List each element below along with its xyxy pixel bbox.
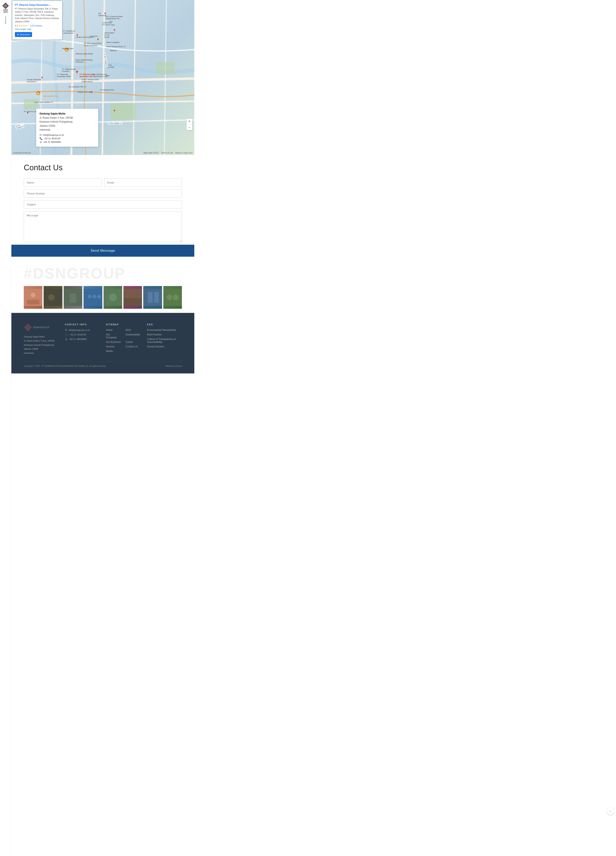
zoom-in-button[interactable]: +	[186, 119, 192, 125]
bld-label-sinar: Sinar Perkasa Eng. CV	[106, 45, 126, 48]
bld-label-1: PT MedifarmaLaboratories	[63, 30, 75, 34]
bld-label-laras: Laras Astra Kartika. PT	[34, 101, 53, 103]
footer-phone1-row: 📞 +62 21 4618135	[65, 333, 100, 336]
svg-point-26	[173, 294, 179, 300]
photo-item-3	[64, 286, 82, 309]
bld-label-agen: AGEN BUSPO Murni Jaya	[102, 22, 115, 26]
zoom-controls: + −	[186, 119, 192, 130]
footer-bottom: Copyright © 2020 - PT DHARMA SATYA NUSAN…	[24, 362, 182, 367]
overlay-email-row: ✉ info@dsngroup.co.id	[40, 134, 95, 136]
footer-nav-contact-us[interactable]: Contact Us	[125, 345, 141, 348]
send-message-button[interactable]: Send Message	[91, 249, 115, 252]
bld-label-elektron: Elektron	[110, 49, 117, 52]
view-larger-link[interactable]: View larger map	[15, 28, 60, 30]
bld-label-warung: Warung Teteh	[62, 48, 74, 49]
map-pin-2: 📍	[112, 29, 116, 32]
main-content: 📍 📍 📍 📍 📍 📍 📍 📍 📍 📍 🍜 🍜 PT MedifarmaLabo…	[11, 0, 194, 373]
directions-arrow-icon: ➤	[17, 33, 19, 36]
footer-nav-home[interactable]: Home	[106, 329, 121, 331]
footer-nav-gcg[interactable]: GCG	[125, 329, 141, 331]
map-pin-3: 📍	[96, 38, 100, 42]
info-address: PT Dharma Satya Nusantara Tbk Jl. Rawa G…	[15, 7, 60, 23]
footer-esg-social[interactable]: Social Inclusion	[147, 345, 182, 348]
map-attribution: Keyboard shortcuts Map data ©2021 Terms …	[11, 152, 194, 154]
footer-nav-sustainability[interactable]: Sustainability	[125, 333, 141, 339]
bld-label-gedung: Gedung Sapta Mulya	[75, 53, 93, 55]
bld-label-tatam: PT. TatamuliaNusantara Indah	[57, 73, 71, 77]
footer-nav-investor[interactable]: Investor	[106, 345, 121, 348]
footer-logo: DSNGROUP	[24, 323, 59, 331]
subject-input[interactable]	[24, 200, 182, 209]
footer-sitemap-grid: Home GCG Our Company Sustainability Our …	[106, 329, 141, 354]
bld-label-ab: ABIndonesia	[98, 12, 106, 17]
photo-item-6	[123, 286, 142, 309]
hamburger-menu[interactable]	[3, 9, 8, 12]
footer-company-col: DSNGROUP Gedung Sapta Mulia Jl. Rawa Gel…	[24, 323, 59, 355]
fax-icon: 🖨	[40, 140, 42, 143]
bld-label-warung2: Warung Soto Mie	[43, 95, 58, 97]
road-label-jlrv: Jl. Riv. Gelam V.	[108, 122, 122, 125]
phone-input[interactable]	[24, 189, 182, 198]
svg-rect-4	[24, 99, 38, 109]
bld-label-masjid: Masjid Astra Agro	[77, 91, 92, 93]
footer-sitemap-title: SITEMAP	[106, 323, 141, 326]
bld-label-tira: Tira Austenite Tbk. PT	[68, 86, 86, 88]
main-map-pin[interactable]: 📍	[74, 70, 80, 75]
footer-esg-env[interactable]: Enviromental Stewardship	[147, 329, 182, 331]
svg-point-14	[88, 295, 92, 299]
footer-nav-our-company[interactable]: Our Company	[106, 333, 121, 339]
contact-title: Contact Us	[24, 163, 182, 172]
orange-marker-2: 🍜	[36, 91, 40, 95]
footer-esg-title: ESG	[147, 323, 182, 326]
footer: DSNGROUP Gedung Sapta Mulia Jl. Rawa Gel…	[11, 313, 194, 373]
footer-nav-career[interactable]: Career	[125, 340, 141, 343]
map-info-box: PT. Dharma Satya Nusantara ... PT Dharma…	[12, 1, 62, 40]
photo-item-5	[103, 286, 122, 309]
overlay-phone1-row: 📞 +62 21 4618135	[40, 137, 95, 140]
footer-phone1-icon: 📞	[65, 333, 68, 336]
footer-contact-col: CONTACT INFO ✉ info@dsngroup.co.id 📞 +62…	[65, 323, 100, 355]
name-input[interactable]	[24, 179, 102, 187]
bld-label-bintang: PT Bintang Toed	[100, 89, 114, 91]
footer-email-icon: ✉	[65, 329, 67, 331]
footer-email-row: ✉ info@dsngroup.co.id	[65, 329, 100, 331]
bld-label-maju: PT. Maju MundurFurniture	[62, 68, 76, 72]
menu-label: MENU	[5, 16, 7, 24]
directions-button[interactable]: ➤ Directions	[15, 32, 32, 37]
bld-label-inaur: Inaur	[105, 74, 110, 77]
photo-item-2	[44, 286, 62, 309]
reviews-link[interactable]: 110 reviews	[30, 25, 42, 27]
footer-address: Gedung Sapta Mulia Jl. Rawa Gelam V Kav.…	[24, 335, 59, 355]
bld-label-suik: SUIK ( sarana usahaindustri kecil )	[82, 79, 99, 83]
overlay-phone2-row: 🖨 +62 21 46834865	[40, 140, 95, 143]
overlay-contact: ✉ info@dsngroup.co.id 📞 +62 21 4618135 🖨…	[40, 134, 95, 143]
contact-section: Contact Us	[11, 155, 194, 242]
footer-grid: DSNGROUP Gedung Sapta Mulia Jl. Rawa Gel…	[24, 323, 182, 355]
footer-nav-media[interactable]: Media	[106, 349, 121, 353]
bld-label-pt-i: PT.I	[109, 21, 113, 23]
email-input[interactable]	[104, 179, 182, 187]
message-textarea[interactable]	[24, 211, 182, 242]
footer-phone2-row: 🖨 +62 21 46834865	[65, 338, 100, 340]
copyright-text: Copyright © 2020 - PT DHARMA SATYA NUSAN…	[24, 365, 106, 367]
phone-row	[24, 189, 182, 198]
footer-nav-our-business[interactable]: Our Business	[106, 340, 121, 343]
bld-label-wara: Wara Anugraha	[106, 42, 119, 43]
bld-label-proyek: Proyek TatamuliaNusantara 1	[27, 79, 41, 83]
footer-esg-best[interactable]: Best Practice	[147, 333, 182, 336]
footer-esg-culture[interactable]: Culture of Transparancy & Accountability	[147, 338, 182, 343]
message-row	[24, 211, 182, 242]
svg-rect-12	[70, 294, 76, 303]
name-email-row	[24, 179, 182, 187]
svg-point-10	[48, 294, 55, 300]
map-pin-8: 📍	[112, 109, 116, 113]
logo[interactable]	[2, 2, 9, 9]
email-icon: ✉	[40, 134, 42, 136]
hashtag-section: #DSNGROUP	[11, 257, 194, 313]
phone-icon-1: 📞	[40, 137, 43, 140]
svg-marker-28	[25, 325, 31, 330]
svg-rect-22	[148, 292, 153, 303]
footer-contact-title: CONTACT INFO	[65, 323, 100, 326]
svg-point-16	[97, 295, 101, 299]
zoom-out-button[interactable]: −	[186, 125, 192, 130]
